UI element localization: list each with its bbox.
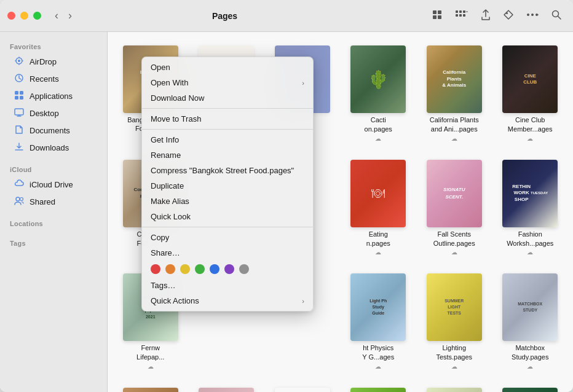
svg-rect-20 [15, 96, 18, 100]
tag-color-gray[interactable] [239, 264, 249, 274]
context-menu-make-alias[interactable]: Make Alias [142, 194, 313, 209]
color-tags-row[interactable] [142, 261, 313, 278]
svg-point-16 [18, 60, 20, 62]
svg-rect-8 [459, 14, 462, 17]
context-menu-move-to-trash[interactable]: Move to Trash [142, 111, 313, 127]
context-menu-copy[interactable]: Copy [142, 230, 313, 245]
sidebar-item-label: Downloads [30, 143, 69, 152]
svg-rect-3 [438, 15, 441, 19]
search-button[interactable] [547, 7, 566, 25]
svg-point-24 [20, 198, 23, 201]
svg-rect-6 [463, 10, 465, 13]
context-menu-tags[interactable]: Tags… [142, 278, 313, 293]
recents-icon [14, 73, 25, 85]
context-menu-get-info[interactable]: Get Info [142, 132, 313, 147]
tag-color-yellow[interactable] [180, 264, 190, 274]
close-button[interactable] [7, 12, 15, 20]
titlebar: ‹ › Pages [0, 0, 573, 32]
svg-point-12 [531, 14, 534, 16]
separator [142, 129, 313, 130]
tag-color-purple[interactable] [224, 264, 234, 274]
file-browser: BangkokStreetFood Bangkok Street Food.pa… [108, 32, 573, 392]
sidebar-item-airdrop[interactable]: AirDrop [4, 53, 103, 70]
context-menu-rename[interactable]: Rename [142, 147, 313, 163]
context-menu-share[interactable]: Share… [142, 245, 313, 261]
sidebar-item-label: Applications [30, 92, 73, 101]
icloud-header: iCloud [0, 161, 107, 176]
applications-icon [14, 90, 25, 102]
sidebar-item-desktop[interactable]: Desktop [4, 105, 103, 122]
context-menu-quick-actions[interactable]: Quick Actions › [142, 293, 313, 308]
airdrop-icon [14, 56, 25, 68]
svg-point-23 [16, 197, 20, 201]
documents-icon [14, 125, 25, 136]
sidebar: Favorites AirDrop Recents Applications [0, 32, 108, 392]
context-menu-open-with[interactable]: Open With › [142, 75, 313, 90]
submenu-arrow-icon: › [302, 79, 304, 87]
context-menu-download-now[interactable]: Download Now [142, 90, 313, 106]
toolbar-actions [428, 7, 566, 25]
svg-rect-5 [459, 10, 462, 13]
context-menu-quick-look[interactable]: Quick Look [142, 209, 313, 224]
sidebar-item-label: Shared [30, 197, 55, 206]
context-menu-open[interactable]: Open [142, 60, 313, 75]
separator [142, 227, 313, 227]
sidebar-item-label: iCloud Drive [30, 180, 73, 189]
tag-color-blue[interactable] [210, 264, 219, 274]
shared-icon [14, 196, 25, 208]
sidebar-item-label: Documents [30, 126, 70, 135]
main-area: Favorites AirDrop Recents Applications [0, 32, 573, 392]
sidebar-item-label: Desktop [30, 109, 59, 118]
share-button[interactable] [477, 7, 494, 25]
svg-point-11 [527, 14, 529, 16]
more-button[interactable] [523, 8, 542, 24]
context-menu-compress[interactable]: Compress "Bangkok Street Food.pages" [142, 163, 313, 178]
separator [142, 108, 313, 109]
group-view-button[interactable] [451, 7, 472, 25]
sidebar-item-recents[interactable]: Recents [4, 71, 103, 87]
window-title: Pages [22, 11, 428, 21]
sidebar-item-label: AirDrop [30, 57, 57, 66]
downloads-icon [14, 142, 25, 154]
svg-rect-9 [463, 14, 465, 17]
svg-rect-7 [456, 14, 458, 17]
grid-view-button[interactable] [428, 7, 446, 25]
submenu-arrow-icon: › [302, 297, 304, 305]
tags-header: Tags [0, 235, 107, 249]
svg-point-10 [506, 12, 508, 14]
svg-rect-18 [15, 91, 18, 95]
context-menu-duplicate[interactable]: Duplicate [142, 178, 313, 194]
context-menu-overlay: Open Open With › Download Now Move to Tr… [108, 32, 573, 392]
tag-color-green[interactable] [195, 264, 205, 274]
svg-rect-19 [20, 91, 23, 95]
tag-color-red[interactable] [151, 264, 160, 274]
icloud-drive-icon [14, 179, 25, 190]
sidebar-item-shared[interactable]: Shared [4, 194, 103, 210]
svg-rect-4 [456, 10, 458, 13]
desktop-icon [14, 108, 25, 119]
svg-rect-0 [433, 10, 437, 14]
tag-button[interactable] [499, 7, 518, 25]
locations-header: Locations [0, 215, 107, 230]
sidebar-item-documents[interactable]: Documents [4, 122, 103, 139]
sidebar-item-downloads[interactable]: Downloads [4, 139, 103, 156]
tag-color-orange[interactable] [165, 264, 175, 274]
sidebar-item-icloud-drive[interactable]: iCloud Drive [4, 176, 103, 193]
context-menu: Open Open With › Download Now Move to Tr… [141, 57, 314, 312]
sidebar-item-applications[interactable]: Applications [4, 88, 103, 104]
svg-rect-22 [15, 109, 23, 115]
svg-rect-2 [433, 15, 437, 19]
finder-window: ‹ › Pages [0, 0, 573, 392]
svg-rect-21 [20, 96, 23, 100]
favorites-header: Favorites [0, 38, 107, 53]
svg-rect-1 [438, 10, 441, 14]
sidebar-item-label: Recents [30, 74, 59, 84]
